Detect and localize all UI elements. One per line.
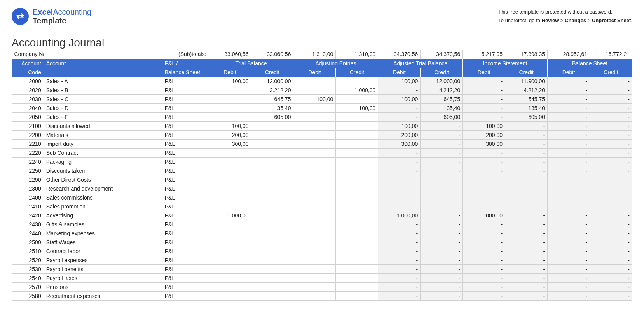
table-row[interactable]: 2400Sales commissionsP&L------ bbox=[12, 193, 632, 202]
cell-tb-credit[interactable] bbox=[251, 175, 293, 184]
cell-tb-debit[interactable] bbox=[209, 86, 251, 94]
table-row[interactable]: 2040Sales - DP&L35,40100,00-135,40-135,4… bbox=[12, 103, 632, 112]
cell-code[interactable]: 2220 bbox=[12, 148, 44, 157]
cell-ae-credit[interactable] bbox=[336, 175, 378, 184]
cell-ae-credit[interactable] bbox=[336, 220, 378, 229]
cell-tb-debit[interactable] bbox=[209, 103, 251, 112]
cell-tb-credit[interactable]: 12.000,00 bbox=[251, 77, 293, 86]
cell-type[interactable]: P&L bbox=[162, 264, 209, 273]
cell-account[interactable]: Sales - B bbox=[44, 86, 162, 94]
cell-ae-credit[interactable] bbox=[336, 247, 378, 256]
cell-ae-debit[interactable] bbox=[293, 148, 336, 157]
cell-code[interactable]: 2420 bbox=[12, 211, 44, 220]
cell-ae-credit[interactable] bbox=[336, 273, 378, 282]
cell-account[interactable]: Gifts & samples bbox=[44, 220, 162, 229]
cell-ae-credit[interactable] bbox=[336, 229, 378, 238]
cell-tb-debit[interactable]: 100,00 bbox=[209, 77, 251, 86]
cell-type[interactable]: P&L bbox=[162, 273, 209, 282]
cell-tb-debit[interactable] bbox=[209, 112, 251, 121]
cell-account[interactable]: Payroll taxes bbox=[44, 273, 162, 282]
cell-tb-debit[interactable] bbox=[209, 238, 251, 247]
cell-tb-credit[interactable] bbox=[251, 148, 293, 157]
cell-ae-debit[interactable]: 100,00 bbox=[293, 94, 336, 103]
cell-ae-debit[interactable] bbox=[293, 247, 336, 256]
cell-tb-debit[interactable] bbox=[209, 264, 251, 273]
cell-account[interactable]: Sales promotion bbox=[44, 202, 162, 211]
cell-type[interactable]: P&L bbox=[162, 166, 209, 175]
cell-tb-debit[interactable] bbox=[209, 166, 251, 175]
cell-account[interactable]: Advertising bbox=[44, 211, 162, 220]
cell-type[interactable]: P&L bbox=[162, 148, 209, 157]
cell-type[interactable]: P&L bbox=[162, 193, 209, 202]
cell-tb-credit[interactable] bbox=[251, 256, 293, 264]
cell-tb-debit[interactable] bbox=[209, 175, 251, 184]
cell-ae-debit[interactable] bbox=[293, 238, 336, 247]
cell-ae-credit[interactable] bbox=[336, 148, 378, 157]
cell-ae-credit[interactable] bbox=[336, 157, 378, 166]
table-row[interactable]: 2290Other Direct CostsP&L------ bbox=[12, 175, 632, 184]
cell-tb-credit[interactable] bbox=[251, 184, 293, 193]
cell-type[interactable]: P&L bbox=[162, 112, 209, 121]
cell-type[interactable]: P&L bbox=[162, 175, 209, 184]
cell-ae-debit[interactable] bbox=[293, 77, 336, 86]
cell-tb-debit[interactable] bbox=[209, 273, 251, 282]
table-row[interactable]: 2240PackagingP&L------ bbox=[12, 157, 632, 166]
cell-ae-credit[interactable] bbox=[336, 139, 378, 148]
table-row[interactable]: 2200MaterialsP&L200,00200,00-200,00--- bbox=[12, 130, 632, 139]
table-row[interactable]: 2540Payroll taxesP&L------ bbox=[12, 273, 632, 282]
cell-ae-debit[interactable] bbox=[293, 220, 336, 229]
cell-code[interactable]: 2210 bbox=[12, 139, 44, 148]
cell-ae-debit[interactable] bbox=[293, 175, 336, 184]
table-row[interactable]: 2000Sales - AP&L100,0012.000,00100,0012.… bbox=[12, 77, 632, 86]
cell-tb-debit[interactable] bbox=[209, 157, 251, 166]
cell-account[interactable]: Payroll benefits bbox=[44, 264, 162, 273]
cell-ae-debit[interactable] bbox=[293, 291, 336, 300]
cell-tb-credit[interactable] bbox=[251, 121, 293, 130]
cell-type[interactable]: P&L bbox=[162, 247, 209, 256]
cell-tb-credit[interactable] bbox=[251, 193, 293, 202]
cell-type[interactable]: P&L bbox=[162, 121, 209, 130]
cell-ae-credit[interactable] bbox=[336, 238, 378, 247]
cell-tb-credit[interactable] bbox=[251, 130, 293, 139]
cell-tb-credit[interactable] bbox=[251, 273, 293, 282]
cell-ae-debit[interactable] bbox=[293, 130, 336, 139]
cell-code[interactable]: 2520 bbox=[12, 256, 44, 264]
cell-tb-debit[interactable]: 200,00 bbox=[209, 130, 251, 139]
cell-ae-debit[interactable] bbox=[293, 86, 336, 94]
cell-tb-debit[interactable] bbox=[209, 220, 251, 229]
cell-account[interactable]: Sales - C bbox=[44, 94, 162, 103]
cell-account[interactable]: Recruitment expenses bbox=[44, 291, 162, 300]
table-row[interactable]: 2430Gifts & samplesP&L------ bbox=[12, 220, 632, 229]
cell-ae-credit[interactable] bbox=[336, 211, 378, 220]
table-row[interactable]: 2220Sub ContractP&L------ bbox=[12, 148, 632, 157]
cell-code[interactable]: 2040 bbox=[12, 103, 44, 112]
table-row[interactable]: 2250Discounts takenP&L------ bbox=[12, 166, 632, 175]
cell-ae-credit[interactable] bbox=[336, 193, 378, 202]
cell-code[interactable]: 2500 bbox=[12, 238, 44, 247]
cell-tb-debit[interactable] bbox=[209, 291, 251, 300]
cell-type[interactable]: P&L bbox=[162, 282, 209, 291]
cell-tb-credit[interactable] bbox=[251, 166, 293, 175]
cell-account[interactable]: Sub Contract bbox=[44, 148, 162, 157]
table-row[interactable]: 2210Import dutyP&L300,00300,00-300,00--- bbox=[12, 139, 632, 148]
table-row[interactable]: 2520Payroll expensesP&L------ bbox=[12, 256, 632, 264]
cell-ae-debit[interactable] bbox=[293, 211, 336, 220]
cell-tb-debit[interactable] bbox=[209, 184, 251, 193]
cell-type[interactable]: P&L bbox=[162, 184, 209, 193]
cell-account[interactable]: Pensions bbox=[44, 282, 162, 291]
cell-tb-debit[interactable]: 1.000,00 bbox=[209, 211, 251, 220]
table-row[interactable]: 2440Marketing expensesP&L------ bbox=[12, 229, 632, 238]
cell-tb-debit[interactable] bbox=[209, 193, 251, 202]
table-row[interactable]: 2050Sales - EP&L605,00-605,00-605,00-- bbox=[12, 112, 632, 121]
cell-code[interactable]: 2100 bbox=[12, 121, 44, 130]
table-row[interactable]: 2580Recruitment expensesP&L------ bbox=[12, 291, 632, 300]
cell-code[interactable]: 2400 bbox=[12, 193, 44, 202]
cell-code[interactable]: 2580 bbox=[12, 291, 44, 300]
cell-ae-credit[interactable] bbox=[336, 94, 378, 103]
cell-tb-credit[interactable] bbox=[251, 264, 293, 273]
cell-ae-debit[interactable] bbox=[293, 139, 336, 148]
cell-account[interactable]: Discounts allowed bbox=[44, 121, 162, 130]
table-row[interactable]: 2530Payroll benefitsP&L------ bbox=[12, 264, 632, 273]
cell-ae-credit[interactable] bbox=[336, 256, 378, 264]
cell-type[interactable]: P&L bbox=[162, 220, 209, 229]
